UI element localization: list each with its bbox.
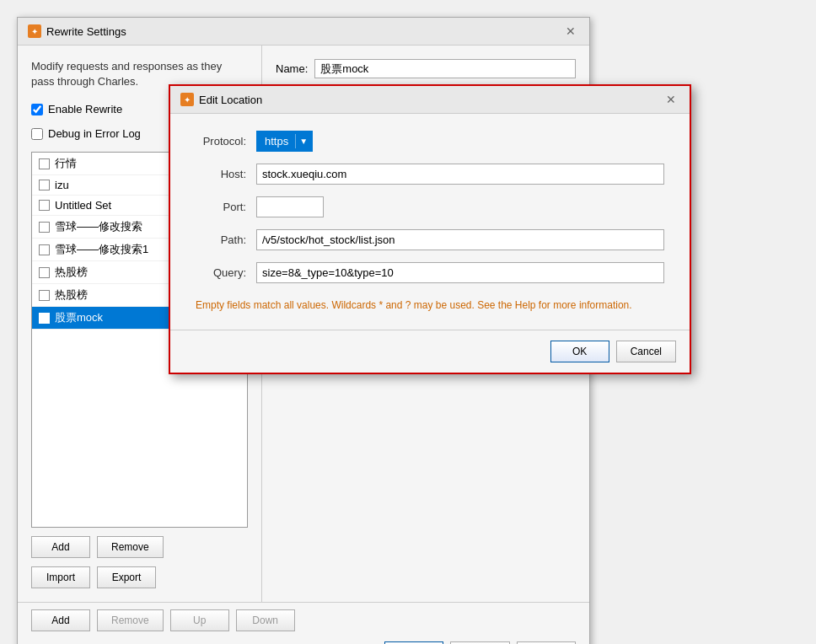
port-label: Port:	[196, 201, 246, 213]
list-button-row-1: Add Remove	[31, 536, 248, 558]
app-icon: ✦	[28, 24, 41, 38]
list-item-checkbox	[39, 267, 50, 278]
list-item-label: 行情	[55, 156, 77, 171]
host-input[interactable]	[256, 164, 664, 185]
edit-location-dialog: ✦ Edit Location ✕ Protocol: https ▼ Host…	[169, 84, 691, 374]
add-location-button[interactable]: Add	[31, 609, 90, 631]
add-rule-button[interactable]: Add	[31, 536, 90, 558]
up-location-button[interactable]: Up	[170, 609, 229, 631]
remove-location-button[interactable]: Remove	[97, 609, 164, 631]
path-input[interactable]	[256, 229, 664, 250]
query-input[interactable]	[256, 262, 664, 283]
list-item-label: Untitled Set	[55, 199, 111, 212]
window-title: Rewrite Settings	[46, 25, 126, 38]
host-label: Host:	[196, 168, 246, 180]
dialog-title-text: Edit Location	[199, 94, 262, 106]
import-button[interactable]: Import	[31, 566, 90, 588]
down-location-button[interactable]: Down	[236, 609, 295, 631]
protocol-row: Protocol: https ▼	[196, 131, 664, 152]
query-row: Query:	[196, 262, 664, 283]
list-item-checkbox: ✓	[39, 313, 50, 324]
location-button-section: Add Remove Up Down	[18, 602, 589, 635]
port-input[interactable]	[256, 196, 324, 217]
dialog-title-left: ✦ Edit Location	[180, 93, 262, 106]
list-item-label: 热股榜	[55, 265, 88, 280]
protocol-dropdown-arrow[interactable]: ▼	[295, 134, 311, 148]
list-item-checkbox	[39, 200, 50, 211]
main-ok-row: OK Cancel Help	[18, 635, 589, 644]
host-row: Host:	[196, 164, 664, 185]
title-bar: ✦ Rewrite Settings ✕	[18, 18, 589, 46]
list-item-label: 雪球——修改搜索1	[55, 242, 148, 257]
list-item-checkbox	[39, 290, 50, 301]
location-buttons: Add Remove Up Down	[31, 609, 576, 631]
list-item-checkbox	[39, 158, 50, 169]
protocol-select[interactable]: https ▼	[256, 131, 313, 152]
list-item-checkbox	[39, 180, 50, 191]
svg-text:✦: ✦	[184, 95, 191, 105]
dialog-content: Protocol: https ▼ Host: Port: Path: Quer…	[170, 114, 690, 330]
list-item-checkbox	[39, 244, 50, 255]
name-input[interactable]	[314, 59, 576, 78]
debug-error-log-checkbox[interactable]	[31, 128, 43, 140]
dialog-close-button[interactable]: ✕	[663, 93, 679, 106]
dialog-title-bar: ✦ Edit Location ✕	[170, 86, 690, 114]
enable-rewrite-checkbox[interactable]	[31, 104, 43, 115]
help-text: Empty fields match all values. Wildcards…	[196, 298, 664, 313]
dialog-buttons: OK Cancel	[170, 330, 690, 373]
remove-rule-button[interactable]: Remove	[97, 536, 164, 558]
dialog-cancel-button[interactable]: Cancel	[616, 341, 676, 362]
dialog-ok-button[interactable]: OK	[550, 341, 609, 362]
name-row: Name:	[276, 59, 576, 78]
path-row: Path:	[196, 229, 664, 250]
list-item-checkbox	[39, 222, 50, 233]
dialog-app-icon: ✦	[180, 93, 194, 106]
port-row: Port:	[196, 196, 664, 217]
export-button[interactable]: Export	[97, 566, 156, 588]
main-close-button[interactable]: ✕	[562, 24, 579, 38]
path-label: Path:	[196, 233, 246, 246]
protocol-value: https	[258, 132, 295, 150]
enable-rewrite-label: Enable Rewrite	[48, 103, 122, 115]
list-button-row-2: Import Export	[31, 566, 248, 588]
list-item-label: 雪球——修改搜索	[55, 219, 142, 234]
debug-error-log-label: Debug in Error Log	[48, 127, 141, 140]
list-item-label: izu	[55, 179, 69, 191]
protocol-label: Protocol:	[196, 135, 246, 148]
query-label: Query:	[196, 266, 246, 279]
list-item-label: 热股榜	[55, 287, 88, 303]
list-item-label: 股票mock	[55, 310, 103, 325]
title-bar-left: ✦ Rewrite Settings	[28, 24, 126, 38]
name-label: Name:	[276, 62, 308, 75]
